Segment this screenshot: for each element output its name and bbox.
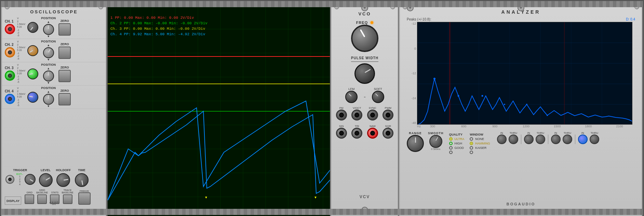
window-hamming[interactable]: HAMMING (470, 142, 490, 145)
quality-good-radio[interactable] (449, 146, 453, 150)
smooth-sub: 0 500ms (431, 148, 440, 150)
range-knob[interactable] (407, 135, 424, 152)
ch1-position-knob[interactable] (43, 24, 54, 35)
channel-4-row: CH. 4 V21 50mV5 20-1-2-5 POSITION ▲ ▼ (2, 86, 106, 109)
vco-fm-label: FM (339, 106, 344, 110)
ch3-position-knob[interactable] (43, 71, 54, 81)
window-kaiser-label: KAISER (475, 146, 486, 150)
analyzer-module: + + ANALYZER Peaks (+/-10.8): D: 0.4 -12… (399, 1, 643, 216)
vco-sqr-jack[interactable] (383, 128, 393, 139)
ch3-zero-button[interactable] (58, 70, 71, 82)
vco-tri-label: TRI (355, 125, 359, 128)
ana-screw-br (634, 209, 639, 214)
window-none-radio[interactable] (470, 137, 473, 141)
vco-tri-jack[interactable] (351, 128, 362, 139)
holdoff-section: HOLDOFF (56, 168, 71, 187)
window-none[interactable]: NONE (470, 137, 490, 141)
holdoff-knob[interactable] (56, 173, 70, 187)
vco-lfm-knob[interactable] (345, 91, 358, 103)
ana-plus-top-mid[interactable]: + (518, 4, 524, 11)
ch2-volt-scale: V21 50mV5 20-1-2-5 (17, 40, 25, 61)
port-in-3-jack[interactable] (551, 135, 561, 144)
vco-pw-section: PULSE WIDTH (332, 56, 398, 84)
vco-soft-knob[interactable] (372, 91, 384, 103)
ch2-position-knob[interactable] (43, 47, 54, 58)
port-in-2-jack[interactable] (524, 135, 534, 144)
ch3-volt-scale: V21 50mV5 20-1-2-5 (17, 64, 25, 84)
ch2-attenuation-knob[interactable] (27, 45, 38, 56)
port-thru-4-jack[interactable] (590, 135, 599, 144)
ch1-zero-button[interactable] (58, 23, 71, 36)
vco-pwm-jack[interactable] (383, 110, 393, 120)
window-extra-radio[interactable] (470, 151, 473, 154)
vco-lfm-label: LFM (348, 87, 354, 91)
ch2-jack[interactable] (5, 47, 15, 58)
window-kaiser-radio[interactable] (470, 146, 473, 150)
svg-point-44 (547, 115, 548, 116)
level-knob[interactable] (39, 173, 53, 187)
port-in-1-jack[interactable] (497, 135, 507, 144)
window-extra[interactable] (470, 151, 490, 154)
ch2-zero-button[interactable] (58, 47, 71, 59)
port-thru-2-jack[interactable] (536, 135, 545, 144)
trace-baseline-button[interactable] (63, 194, 72, 204)
quality-good[interactable]: GOOD (449, 146, 465, 150)
oscilloscope-display: 1 PP: 0.00 Max: 0.00 Min: 0.00 2V/Div Ch… (107, 1, 331, 216)
vco-saw-jack[interactable] (367, 128, 378, 139)
port-in-4-jack[interactable] (578, 135, 588, 144)
window-kaiser[interactable]: KAISER (470, 146, 490, 150)
port-thru-3-jack[interactable] (563, 135, 572, 144)
grid-button[interactable] (25, 194, 34, 204)
ch4-zero-button[interactable] (58, 93, 71, 105)
quality-ultra[interactable]: ULTRA (449, 137, 465, 141)
ch3-attenuation-knob[interactable] (27, 68, 38, 79)
quality-extra-radio[interactable] (449, 151, 453, 154)
ch3-position-label: POSITION (41, 63, 56, 66)
osc-grid-svg: 1 PP: 0.00 Max: 0.00 Min: 0.00 2V/Div Ch… (108, 2, 330, 216)
time-knob[interactable] (75, 173, 89, 187)
freeze-button[interactable] (78, 192, 91, 205)
vco-sqr-label: SQR (385, 125, 391, 128)
ch1-jack[interactable] (5, 24, 15, 34)
d-value: D: 0.4 (626, 17, 635, 21)
trigger-jack[interactable] (5, 175, 14, 184)
vco-pw-knob[interactable] (354, 63, 375, 84)
vco-sin-jack[interactable] (336, 128, 347, 139)
port-row-1: IN THRU IN THRU (497, 131, 599, 144)
holdoff-label: HOLDOFF (56, 168, 71, 172)
channel-2-row: CH. 2 V21 50mV5 20-1-2-5 POSITION ▲ ▼ (2, 39, 106, 62)
trigger-source-knob[interactable] (25, 174, 36, 185)
ch4-attenuation-knob[interactable] (27, 92, 38, 103)
quality-high[interactable]: HIGH (449, 142, 465, 145)
port-thru-4-label: THRU (591, 131, 598, 135)
vco-fm-jack[interactable] (336, 110, 347, 120)
ch4-jack[interactable] (5, 94, 15, 104)
quality-ultra-radio[interactable] (449, 137, 453, 141)
svg-point-40 (458, 95, 459, 97)
vco-freq-knob[interactable] (351, 25, 378, 52)
port-thru-1-jack[interactable] (509, 135, 518, 144)
smooth-label: SMOOTH (428, 131, 444, 135)
display-label: DISPLAY (6, 199, 19, 203)
vco-cv-inputs: FM V/OCT SYNC PWM (332, 106, 398, 120)
vco-sync-jack[interactable] (367, 110, 378, 120)
port-thru-2-label: THRU (537, 131, 544, 135)
window-hamming-radio[interactable] (470, 142, 473, 145)
ch2-label: CH. 2 (5, 43, 15, 47)
grid-baseline-button[interactable] (37, 194, 47, 204)
ch4-jack-inner (8, 97, 12, 101)
ch4-position-knob[interactable] (43, 94, 54, 105)
channel-3-row: CH. 3 V21 50mV5 20-1-2-5 POSITION ▲ ▼ (2, 62, 106, 86)
ana-plus-top-left[interactable]: + (407, 4, 414, 11)
port-group-1: IN THRU IN THRU (497, 131, 599, 144)
vco-voct-label: V/OCT (353, 106, 361, 110)
analyzer-screen-container: Peaks (+/-10.8): D: 0.4 -12 0 -12 -24 -4… (407, 17, 635, 128)
ch3-jack[interactable] (5, 71, 15, 81)
quality-extra[interactable] (449, 151, 465, 154)
vco-plus-top[interactable]: + (361, 4, 368, 11)
vco-plus-bottom[interactable]: + (361, 207, 368, 214)
smooth-knob[interactable] (429, 135, 442, 148)
quality-high-radio[interactable] (449, 142, 453, 145)
vco-voct-jack[interactable] (351, 110, 362, 120)
ch1-attenuation-knob[interactable] (27, 22, 38, 33)
